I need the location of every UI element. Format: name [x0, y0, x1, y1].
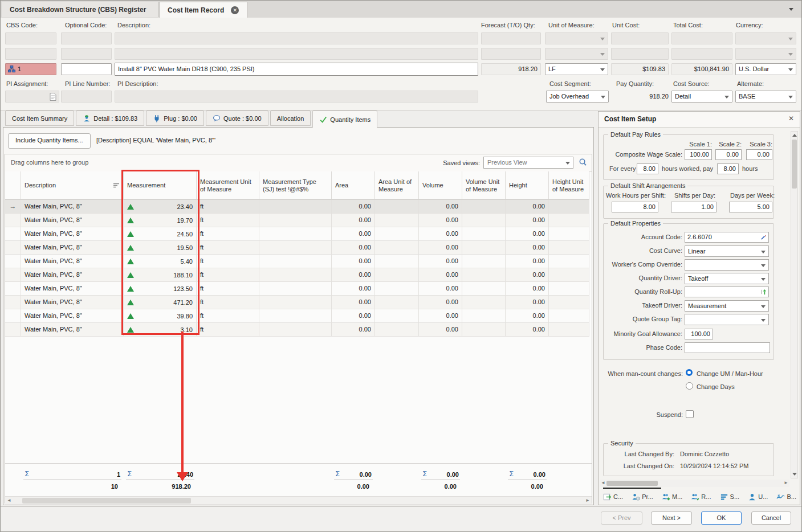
cell-area-uom[interactable]: [375, 296, 419, 309]
row-selector-cell[interactable]: [5, 282, 21, 295]
pi-assignment-field[interactable]: [5, 91, 59, 103]
cell-area-uom[interactable]: [375, 268, 419, 281]
quantity-row[interactable]: →Water Main, PVC, 8"23.40ft0.000.000.00: [5, 200, 589, 214]
column-header-area[interactable]: Area: [332, 171, 375, 200]
cost-source-dropdown[interactable]: Detail: [671, 91, 732, 103]
quantity-rollup-input[interactable]: [685, 287, 769, 297]
dock-tab-c[interactable]: C...: [603, 493, 623, 501]
rollup-arrow-icon[interactable]: [760, 289, 767, 295]
cell-volume-uom[interactable]: [462, 214, 506, 227]
cell-description[interactable]: Water Main, PVC, 8": [21, 241, 124, 254]
change-days-radio[interactable]: [686, 382, 693, 390]
cell-height[interactable]: 0.00: [506, 200, 549, 213]
document-icon[interactable]: [50, 93, 56, 101]
column-header-volume[interactable]: Volume: [419, 171, 462, 200]
cell-height[interactable]: 0.00: [506, 268, 549, 281]
scrollbar-thumb[interactable]: [792, 140, 797, 189]
hours-worked-input[interactable]: 8.00: [637, 163, 658, 174]
cell-area-uom[interactable]: [375, 241, 419, 254]
column-header-description[interactable]: Description: [21, 171, 124, 200]
cost-curve-dropdown[interactable]: Linear: [685, 245, 769, 257]
cell-area-uom[interactable]: [375, 323, 419, 336]
cell-volume-uom[interactable]: [462, 296, 506, 309]
currency-caret-icon[interactable]: [788, 68, 793, 71]
account-code-input[interactable]: 2.6.6070: [685, 232, 769, 243]
currency-dropdown[interactable]: U.S. Dollar: [735, 63, 796, 75]
cell-description[interactable]: Water Main, PVC, 8": [21, 282, 124, 295]
scale3-input[interactable]: 0.00: [746, 149, 772, 160]
cell-area[interactable]: 0.00: [332, 268, 375, 281]
cell-volume[interactable]: 0.00: [419, 309, 462, 322]
setup-horizontal-scrollbar[interactable]: ◄ ►: [600, 480, 789, 487]
cell-measurement-uom[interactable]: ft: [197, 282, 259, 295]
cell-measurement-type[interactable]: [259, 309, 332, 322]
column-header-height[interactable]: Height: [506, 171, 549, 200]
description-field[interactable]: Install 8" PVC Water Main DR18 (C900, 23…: [115, 63, 478, 76]
scrollbar-thumb[interactable]: [22, 498, 191, 504]
quantity-row[interactable]: Water Main, PVC, 8"39.80ft0.000.000.00: [5, 309, 589, 323]
cbs-code-cell[interactable]: 1: [5, 63, 56, 75]
column-header-height-unit-of-measure[interactable]: Height Unit of Measure: [549, 171, 589, 200]
cell-height[interactable]: 0.00: [506, 227, 549, 240]
pencil-icon[interactable]: [760, 234, 767, 240]
cell-description[interactable]: Water Main, PVC, 8": [21, 255, 124, 268]
cell-height[interactable]: 0.00: [506, 241, 549, 254]
cell-measurement-uom[interactable]: ft: [197, 268, 259, 281]
quantity-row[interactable]: Water Main, PVC, 8"188.10ft0.000.000.00: [5, 268, 589, 282]
group-by-band[interactable]: Drag columns here to group Saved views: …: [5, 154, 592, 172]
cell-measurement[interactable]: 3.10: [124, 323, 197, 336]
cell-height-uom[interactable]: [549, 241, 589, 254]
cell-measurement-uom[interactable]: ft: [197, 323, 259, 336]
cell-height[interactable]: 0.00: [506, 296, 549, 309]
cell-measurement-type[interactable]: [259, 323, 332, 336]
scroll-up-icon[interactable]: [792, 134, 797, 137]
scrollbar-thumb[interactable]: [606, 481, 658, 486]
cell-height-uom[interactable]: [549, 268, 589, 281]
cell-measurement-type[interactable]: [259, 255, 332, 268]
cell-measurement-uom[interactable]: ft: [197, 296, 259, 309]
cell-measurement[interactable]: 24.50: [124, 227, 197, 240]
saved-views-caret-icon[interactable]: [565, 162, 570, 165]
pay-hours-input[interactable]: 8.00: [717, 163, 739, 174]
quantity-row[interactable]: Water Main, PVC, 8"19.70ft0.000.000.00: [5, 214, 589, 227]
cell-measurement-uom[interactable]: ft: [197, 214, 259, 227]
cell-measurement-type[interactable]: [259, 241, 332, 254]
tab-cbs-register[interactable]: Cost Breakdown Structure (CBS) Register: [2, 2, 159, 17]
cell-measurement-type[interactable]: [259, 200, 332, 213]
scale2-input[interactable]: 0.00: [715, 149, 742, 160]
cell-volume[interactable]: 0.00: [419, 200, 462, 213]
row-selector-cell[interactable]: [5, 214, 21, 227]
cell-area[interactable]: 0.00: [332, 309, 375, 322]
cell-measurement-uom[interactable]: ft: [197, 309, 259, 322]
tab-quote-0-00[interactable]: Quote : $0.00: [206, 111, 268, 126]
cell-area-uom[interactable]: [375, 309, 419, 322]
cost-segment-dropdown[interactable]: Job Overhead: [546, 91, 609, 103]
tab-plug-0-00[interactable]: Plug : $0.00: [146, 111, 204, 126]
cell-volume[interactable]: 0.00: [419, 241, 462, 254]
cell-height-uom[interactable]: [549, 214, 589, 227]
cell-measurement-type[interactable]: [259, 214, 332, 227]
cell-measurement[interactable]: 188.10: [124, 268, 197, 281]
cell-measurement-type[interactable]: [259, 282, 332, 295]
quantity-driver-caret-icon[interactable]: [761, 278, 766, 281]
optional-code-field[interactable]: [61, 63, 112, 75]
cell-volume-uom[interactable]: [462, 282, 506, 295]
cell-volume-uom[interactable]: [462, 323, 506, 336]
suspend-checkbox[interactable]: [686, 410, 694, 418]
cell-description[interactable]: Water Main, PVC, 8": [21, 296, 124, 309]
tab-list-caret-icon[interactable]: [789, 8, 793, 11]
cell-area[interactable]: 0.00: [332, 241, 375, 254]
scroll-right-icon[interactable]: ►: [585, 498, 590, 504]
cell-description[interactable]: Water Main, PVC, 8": [21, 227, 124, 240]
dock-tab-pr[interactable]: Pr...: [632, 493, 653, 501]
cell-measurement[interactable]: 19.70: [124, 214, 197, 227]
column-header-area-unit-of-measure[interactable]: Area Unit of Measure: [375, 171, 419, 200]
column-header-measurement[interactable]: Measurement: [124, 171, 197, 200]
cell-area-uom[interactable]: [375, 282, 419, 295]
cell-height-uom[interactable]: [549, 296, 589, 309]
quote-group-caret-icon[interactable]: [761, 319, 766, 322]
cell-volume[interactable]: 0.00: [419, 255, 462, 268]
column-header-measurement-unit-of-measure[interactable]: Measurement Unit of Measure: [197, 171, 259, 200]
work-hours-input[interactable]: 8.00: [612, 202, 658, 212]
close-tab-icon[interactable]: ✕: [231, 6, 239, 14]
